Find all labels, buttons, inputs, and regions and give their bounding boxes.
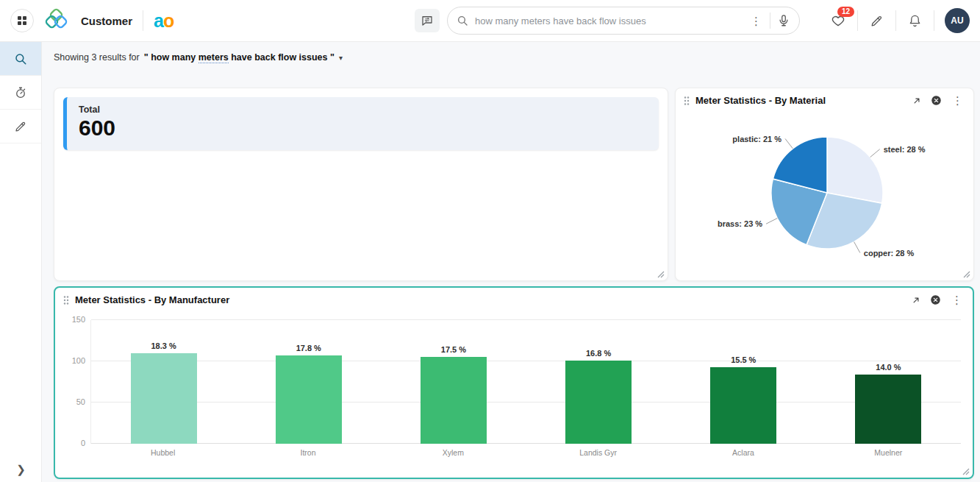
bar-chart-plot: 050100150 18.3 %17.8 %17.5 %16.8 %15.5 %…: [90, 320, 961, 444]
microphone-icon[interactable]: [777, 14, 790, 27]
bar-chart-card: Meter Statistics - By Manufacturer ⋮ 050…: [54, 286, 974, 479]
bar-hubbel[interactable]: [131, 353, 197, 444]
main-content: Showing 3 results for " how many meters …: [42, 42, 980, 482]
category-label: Xylem: [381, 448, 526, 457]
results-query-open: " how many: [144, 52, 198, 63]
query-history-icon: [421, 14, 434, 27]
header-left: Customer ao: [10, 7, 174, 34]
card-actions: ⋮: [912, 95, 965, 106]
remove-icon[interactable]: [931, 95, 942, 106]
bar-chart-categories: HubbelItronXylemLandis GyrAclaraMuelner: [90, 448, 961, 457]
bar-value-label: 17.8 %: [296, 344, 321, 352]
pie-label-copper: copper: 28 %: [864, 249, 915, 258]
header-divider: [934, 10, 934, 31]
bar-value-label: 15.5 %: [731, 355, 756, 364]
bar-slot: 16.8 %: [526, 320, 671, 444]
sidebar: ❯: [0, 42, 42, 482]
sidebar-item-timer[interactable]: [0, 76, 41, 110]
app-root: Customer ao ⋮: [0, 0, 980, 482]
bar-muelner[interactable]: [855, 375, 921, 444]
pie-chart-card: Meter Statistics - By Material ⋮ steel: …: [675, 88, 974, 281]
card-header: Meter Statistics - By Manufacturer ⋮: [55, 288, 973, 308]
bar-slot: 17.8 %: [236, 320, 381, 444]
query-history-button[interactable]: [415, 9, 440, 32]
resize-icon: [657, 271, 665, 278]
category-label: Itron: [235, 448, 380, 457]
results-query-tail: have back flow issues ": [229, 52, 335, 63]
bar-landis-gyr[interactable]: [565, 361, 632, 444]
notifications-button[interactable]: [896, 14, 934, 28]
remove-icon[interactable]: [930, 294, 941, 305]
header-right: 12 AU: [819, 8, 970, 33]
pie-label-steel: steel: 28 %: [884, 145, 926, 154]
app-launcher-button[interactable]: [10, 9, 34, 32]
grip-icon: [62, 295, 70, 305]
favorites-button[interactable]: 12: [819, 13, 857, 28]
bar-value-label: 16.8 %: [586, 349, 611, 358]
search-input[interactable]: [475, 15, 743, 26]
search-icon: [457, 15, 468, 26]
pen-icon: [14, 120, 27, 133]
search-bar: ⋮: [447, 7, 800, 35]
brand-logo-icon: [44, 7, 71, 34]
drag-handle-icon[interactable]: [683, 96, 690, 106]
ao-logo: ao: [154, 12, 174, 30]
workspace-name: Customer: [81, 15, 132, 27]
category-label: Aclara: [670, 448, 815, 457]
sidebar-item-search[interactable]: [0, 42, 41, 76]
pie-chart-svg: steel: 28 %copper: 28 %brass: 23 %plasti…: [683, 109, 966, 268]
expand-icon[interactable]: [911, 295, 921, 305]
pie-callout-line: [854, 242, 860, 253]
search-icon: [14, 52, 27, 65]
ao-logo-a: a: [154, 10, 163, 31]
bar-slot: 15.5 %: [671, 320, 816, 444]
bar-chart-bars: 18.3 %17.8 %17.5 %16.8 %15.5 %14.0 %: [91, 320, 961, 444]
y-axis-tick-100: 100: [65, 356, 85, 365]
y-axis-tick-0: 0: [65, 439, 85, 447]
results-query: " how many meters have back flow issues …: [144, 52, 335, 63]
bell-icon: [908, 14, 922, 28]
sidebar-expand-button[interactable]: ❯: [0, 463, 42, 476]
ao-logo-o: o: [163, 10, 174, 31]
expand-icon[interactable]: [912, 96, 922, 106]
bar-xylem[interactable]: [421, 357, 487, 444]
total-label: Total: [79, 104, 647, 115]
results-prefix: Showing 3 results for: [54, 52, 140, 63]
bar-slot: 17.5 %: [381, 320, 526, 444]
more-options-icon[interactable]: ⋮: [951, 95, 965, 106]
category-label: Muelner: [816, 448, 961, 457]
drag-handle-icon[interactable]: [62, 295, 70, 305]
pie-callout-line: [870, 149, 880, 157]
sidebar-item-annotate[interactable]: [0, 110, 41, 143]
bar-value-label: 14.0 %: [876, 363, 901, 372]
search-divider: [770, 13, 770, 29]
results-query-term: meters: [198, 52, 229, 63]
more-options-icon[interactable]: ⋮: [950, 294, 964, 305]
pie-callout-line: [785, 139, 793, 149]
results-dropdown-icon[interactable]: ▾: [339, 54, 343, 62]
y-axis-tick-50: 50: [65, 397, 85, 406]
resize-handle[interactable]: [657, 271, 665, 278]
avatar[interactable]: AU: [945, 8, 970, 33]
pie-slice-steel[interactable]: [827, 137, 883, 203]
resize-handle[interactable]: [962, 468, 970, 475]
bar-slot: 18.3 %: [91, 320, 236, 444]
resize-handle[interactable]: [963, 271, 970, 278]
bar-aclara[interactable]: [710, 367, 776, 444]
total-value: 600: [79, 116, 647, 141]
card-title: Meter Statistics - By Manufacturer: [75, 294, 911, 305]
total-panel: Total 600: [63, 97, 659, 150]
bar-value-label: 17.5 %: [441, 345, 466, 354]
search-options-icon[interactable]: ⋮: [749, 15, 763, 26]
bar-itron[interactable]: [276, 355, 342, 444]
header-center: ⋮: [174, 7, 800, 35]
annotate-button[interactable]: [858, 14, 895, 28]
category-label: Landis Gyr: [526, 448, 670, 457]
resize-icon: [962, 468, 970, 475]
favorites-count-badge: 12: [837, 7, 854, 17]
top-bar: Customer ao ⋮: [0, 0, 980, 42]
bar-slot: 14.0 %: [816, 320, 961, 444]
grip-icon: [683, 96, 690, 106]
y-axis-tick-150: 150: [65, 315, 85, 324]
card-header: Meter Statistics - By Material ⋮: [676, 88, 973, 109]
